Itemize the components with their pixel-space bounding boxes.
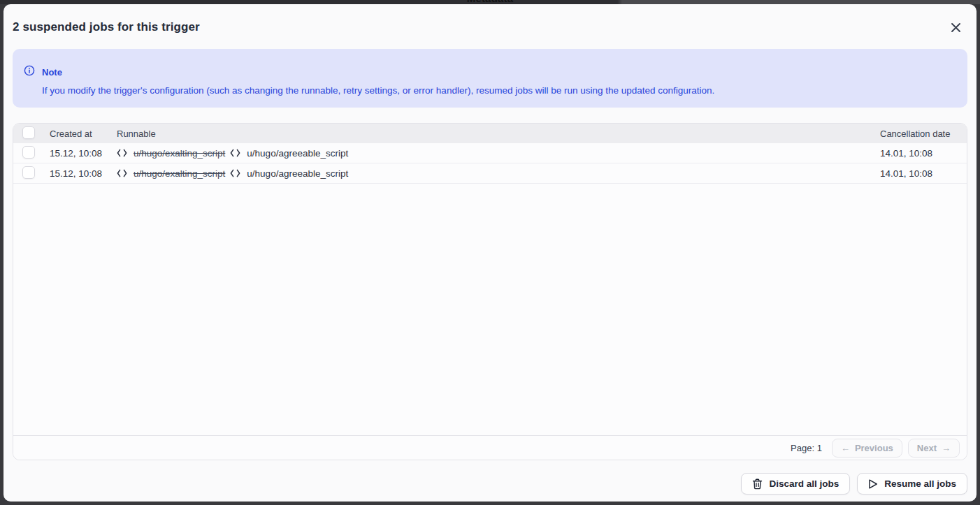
select-all-checkbox[interactable] bbox=[22, 126, 35, 139]
close-icon bbox=[949, 21, 963, 34]
page-indicator: Page: 1 bbox=[791, 443, 822, 453]
cancellation-date-value: 14.01, 10:08 bbox=[880, 168, 967, 179]
code-icon bbox=[117, 149, 127, 157]
play-icon bbox=[868, 478, 878, 490]
created-at-value: 15.12, 10:08 bbox=[50, 148, 117, 159]
next-page-label: Next bbox=[917, 443, 937, 453]
column-header-created-at: Created at bbox=[50, 129, 117, 139]
note-title: Note bbox=[42, 67, 62, 78]
row-checkbox[interactable] bbox=[22, 146, 35, 159]
discard-all-jobs-button[interactable]: Discard all jobs bbox=[741, 473, 850, 495]
row-checkbox-cell bbox=[13, 146, 50, 161]
resume-all-jobs-label: Resume all jobs bbox=[884, 478, 956, 489]
code-icon bbox=[230, 169, 240, 177]
row-checkbox-cell bbox=[13, 166, 50, 181]
arrow-left-icon: ← bbox=[841, 443, 850, 453]
new-runnable-path: u/hugo/agreeable_script bbox=[247, 168, 348, 179]
header-checkbox-cell bbox=[13, 126, 50, 141]
arrow-right-icon: → bbox=[942, 443, 951, 453]
next-page-button[interactable]: Next → bbox=[908, 439, 960, 458]
modal-actions: Discard all jobs Resume all jobs bbox=[13, 473, 967, 495]
created-at-value: 15.12, 10:08 bbox=[50, 168, 117, 179]
code-icon bbox=[117, 169, 127, 177]
note-body: If you modify the trigger's configuratio… bbox=[24, 85, 956, 96]
modal-header: 2 suspended jobs for this trigger bbox=[3, 4, 977, 47]
close-button[interactable] bbox=[946, 17, 965, 37]
runnable-cell: u/hugo/exalting_script u/hugo/agreeable_… bbox=[117, 168, 880, 179]
previous-page-label: Previous bbox=[855, 443, 893, 453]
new-runnable-path: u/hugo/agreeable_script bbox=[247, 148, 348, 159]
suspended-jobs-table: Created at Runnable Cancellation date 15… bbox=[13, 123, 967, 460]
old-runnable-path: u/hugo/exalting_script bbox=[134, 148, 225, 159]
resume-all-jobs-button[interactable]: Resume all jobs bbox=[857, 473, 967, 495]
row-checkbox[interactable] bbox=[22, 166, 35, 179]
suspended-jobs-modal: 2 suspended jobs for this trigger Note I… bbox=[3, 4, 977, 502]
column-header-cancellation-date: Cancellation date bbox=[880, 129, 967, 139]
cancellation-date-value: 14.01, 10:08 bbox=[880, 148, 967, 159]
table-empty-area bbox=[13, 184, 967, 435]
trash-icon bbox=[752, 478, 763, 490]
info-icon bbox=[24, 65, 35, 79]
note-banner: Note If you modify the trigger's configu… bbox=[13, 49, 967, 108]
table-row: 15.12, 10:08 u/hugo/exalting_script u/hu… bbox=[13, 163, 967, 184]
table-header-row: Created at Runnable Cancellation date bbox=[13, 124, 967, 143]
note-header: Note bbox=[24, 65, 956, 79]
code-icon bbox=[230, 149, 240, 157]
column-header-runnable: Runnable bbox=[117, 129, 880, 139]
pagination-footer: Page: 1 ← Previous Next → bbox=[13, 435, 967, 460]
discard-all-jobs-label: Discard all jobs bbox=[769, 478, 839, 489]
previous-page-button[interactable]: ← Previous bbox=[832, 439, 902, 458]
table-row: 15.12, 10:08 u/hugo/exalting_script u/hu… bbox=[13, 143, 967, 163]
old-runnable-path: u/hugo/exalting_script bbox=[134, 168, 225, 179]
modal-title: 2 suspended jobs for this trigger bbox=[13, 20, 200, 34]
runnable-cell: u/hugo/exalting_script u/hugo/agreeable_… bbox=[117, 148, 880, 159]
